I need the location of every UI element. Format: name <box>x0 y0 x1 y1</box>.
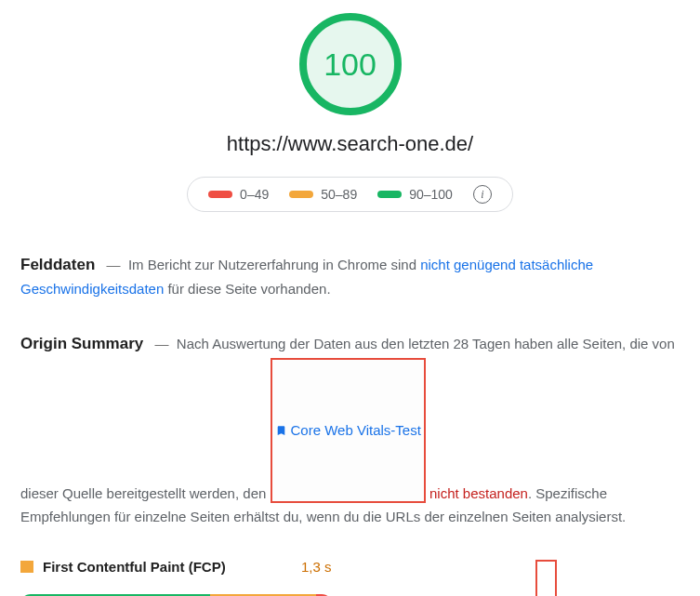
info-icon[interactable]: i <box>473 185 492 204</box>
bookmark-icon <box>275 361 287 500</box>
score-legend: 0–49 50–89 90–100 i <box>187 177 513 212</box>
metric-value: 1,3 s <box>301 559 332 575</box>
legend-mid: 50–89 <box>289 187 357 202</box>
core-web-vitals-badge[interactable]: Core Web Vitals-Test <box>271 358 426 503</box>
performance-gauge: 100 <box>299 13 402 115</box>
felddaten-title: Felddaten <box>20 256 95 273</box>
legend-low: 0–49 <box>208 187 269 202</box>
metric-fcp: First Contentful Paint (FCP) 1,3 s 61% 3… <box>20 557 332 597</box>
origin-title: Origin Summary <box>20 335 143 352</box>
metric-fid: First Input Delay (FID) 3 ms 100% <box>369 557 680 597</box>
performance-score: 100 <box>324 46 376 83</box>
origin-summary-section: Origin Summary — Nach Auswertung der Dat… <box>0 332 700 529</box>
legend-high: 90–100 <box>377 187 453 202</box>
vital-badge[interactable] <box>535 560 557 597</box>
metric-name: First Input Delay (FID) <box>391 557 558 597</box>
metric-name: First Contentful Paint (FCP) <box>43 559 226 575</box>
felddaten-section: Felddaten — Im Bericht zur Nutzererfahru… <box>0 253 700 300</box>
status-indicator-warning <box>20 561 33 573</box>
cwv-fail-text: nicht bestanden <box>429 485 528 501</box>
bookmark-icon <box>539 563 553 597</box>
page-url: https://www.search-one.de/ <box>0 132 700 156</box>
